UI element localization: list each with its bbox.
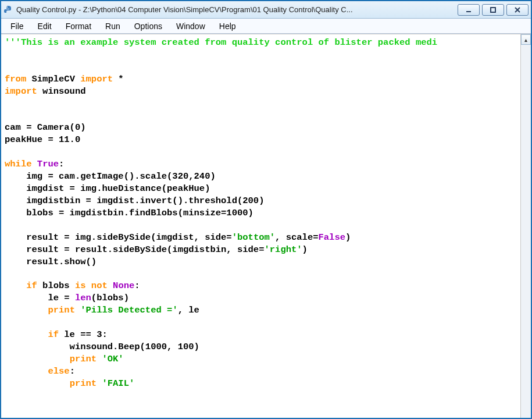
window-title: Quality Control.py - Z:\Python\04 Comput… [16, 5, 458, 14]
code-line: cam = Camera(0) [5, 122, 86, 133]
menu-window[interactable]: Window [169, 20, 212, 33]
code-token: 'OK' [102, 354, 123, 364]
code-token [86, 280, 91, 291]
code-token: True [37, 159, 59, 169]
code-token [5, 305, 48, 315]
code-token: else [5, 366, 70, 377]
code-line: imgdistbin = imgdist.invert().threshold(… [5, 196, 264, 206]
code-token: * [113, 74, 124, 84]
code-token: while [5, 159, 32, 169]
code-token [5, 378, 70, 389]
menubar: File Edit Format Run Options Window Help [1, 19, 531, 34]
svg-rect-2 [491, 8, 495, 12]
code-token: None [113, 280, 134, 291]
code-line: blobs = imgdistbin.findBlobs(minsize=100… [5, 208, 253, 218]
code-token: : [59, 159, 64, 169]
minimize-button[interactable] [458, 4, 480, 16]
code-token: len [75, 293, 91, 303]
code-token: 'bottom' [232, 232, 275, 243]
code-token: (blobs) [91, 293, 129, 303]
chevron-up-icon: ▴ [524, 37, 527, 43]
maximize-button[interactable] [482, 4, 504, 16]
code-token: , le [178, 305, 199, 315]
code-token: 'right' [264, 244, 302, 255]
code-token: : [134, 280, 140, 291]
code-line: '''This is an example system created fro… [5, 37, 437, 48]
code-token [32, 159, 37, 169]
code-token: ) [345, 232, 351, 243]
menu-edit[interactable]: Edit [31, 20, 59, 33]
code-token: is [75, 280, 86, 291]
code-token: print [70, 354, 97, 364]
menu-help[interactable]: Help [212, 20, 243, 33]
code-line: img = cam.getImage().scale(320,240) [5, 171, 216, 182]
code-token: False [319, 232, 346, 243]
code-token: import [5, 86, 37, 97]
vertical-scrollbar[interactable]: ▴ [520, 34, 531, 418]
code-token: not [91, 280, 108, 291]
app-icon [3, 5, 13, 15]
code-line: imgdist = img.hueDistance(peakHue) [5, 183, 210, 194]
code-token: le == 3: [59, 329, 108, 340]
code-token: result = img.sideBySide(imgdist, side= [5, 232, 232, 243]
code-token: print [70, 378, 97, 389]
code-token: 'Pills Detected =' [80, 305, 177, 315]
code-token: print [48, 305, 75, 315]
code-token [75, 305, 80, 315]
menu-options[interactable]: Options [127, 20, 169, 33]
menu-run[interactable]: Run [98, 20, 127, 33]
code-token: winsound [37, 86, 86, 97]
code-token: : [70, 366, 75, 377]
code-token: blobs [37, 280, 75, 291]
svg-point-0 [6, 6, 8, 8]
code-line: winsound.Beep(1000, 100) [5, 342, 199, 352]
code-token: import [80, 74, 113, 84]
titlebar: Quality Control.py - Z:\Python\04 Comput… [1, 1, 531, 19]
code-token: if [5, 329, 59, 340]
code-token: le = [5, 293, 75, 303]
code-token: if [5, 280, 37, 291]
menu-format[interactable]: Format [59, 20, 98, 33]
code-token: SimpleCV [26, 74, 80, 84]
code-token: ) [302, 244, 308, 255]
code-line: result.show() [5, 257, 97, 267]
code-token: from [5, 74, 26, 84]
close-button[interactable] [506, 4, 529, 16]
code-token [108, 280, 113, 291]
scroll-up-button[interactable]: ▴ [521, 34, 531, 45]
svg-rect-1 [466, 11, 471, 12]
code-line: peakHue = 11.0 [5, 134, 80, 145]
code-token: , scale= [275, 232, 318, 243]
code-token: 'FAIL' [102, 378, 134, 389]
idle-window: Quality Control.py - Z:\Python\04 Comput… [0, 0, 532, 419]
code-editor[interactable]: '''This is an example system created fro… [1, 34, 520, 418]
code-token: result = result.sideBySide(imgdistbin, s… [5, 244, 264, 255]
code-token [5, 354, 70, 364]
window-controls [458, 4, 529, 16]
menu-file[interactable]: File [3, 20, 31, 33]
editor-area: '''This is an example system created fro… [1, 34, 531, 418]
